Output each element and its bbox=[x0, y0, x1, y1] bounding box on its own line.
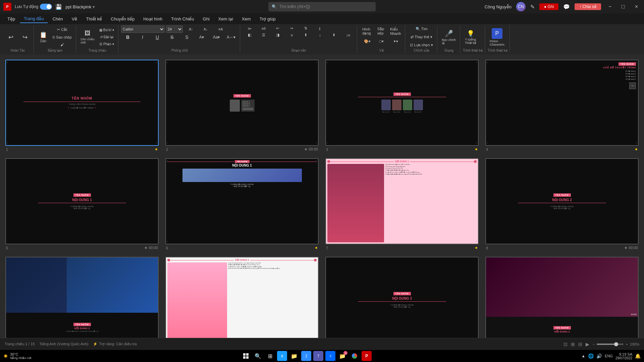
menu-draw[interactable]: Vẽ bbox=[68, 15, 82, 23]
menu-insert[interactable]: Chèn bbox=[49, 15, 67, 23]
minimize-button[interactable]: − bbox=[606, 2, 614, 11]
slide-panel[interactable]: + × + × TÊN NHÓM THÀNH VIÊN TRONG NHÓM +… bbox=[0, 54, 644, 338]
style-button[interactable]: KiểuNhanh bbox=[388, 25, 403, 37]
strikethrough-button[interactable]: S bbox=[165, 34, 179, 41]
menu-file[interactable]: Tệp bbox=[3, 15, 19, 23]
auto-save-toggle[interactable]: Lưu Tự động bbox=[15, 4, 52, 10]
zoom-slider[interactable] bbox=[597, 344, 624, 345]
italic-button[interactable]: I bbox=[136, 34, 149, 41]
slide-item-10[interactable]: + + + + NỘI DUNG 2 Jennie Kim bbox=[165, 257, 319, 338]
outline-button[interactable]: □▾ bbox=[375, 38, 388, 45]
slide-item-11[interactable]: TÊN NHÓM NỘI DUNG 3 Ý CHÍNH NỘI DUNG 1 G… bbox=[325, 257, 479, 338]
fill-button[interactable]: 🎨▾ bbox=[361, 38, 374, 45]
notifications-button[interactable]: 🔔 bbox=[635, 353, 641, 359]
view-reading-icon[interactable]: ⊟ bbox=[578, 342, 582, 347]
slide-thumb-4[interactable]: + + + + TÊN NHÓM CHỦ ĐỀ THUYẾT TRÌNH 01 … bbox=[485, 60, 639, 146]
windows-start-button[interactable] bbox=[241, 351, 251, 361]
redo-button[interactable]: ↪ bbox=[18, 32, 32, 42]
volume-icon[interactable]: 🔊 bbox=[596, 353, 602, 359]
effects-button[interactable]: ✦▾ bbox=[389, 38, 402, 45]
slide-item-9[interactable]: TÊN NHÓM NỘI DUNG 2 Ý CHÍNH NỘI DUNG 1 G… bbox=[5, 257, 159, 338]
edge-button[interactable]: e bbox=[277, 351, 287, 361]
slide-thumb-11[interactable]: TÊN NHÓM NỘI DUNG 3 Ý CHÍNH NỘI DUNG 1 G… bbox=[325, 257, 479, 338]
pixton-button[interactable]: P PixtonCharacters bbox=[488, 27, 506, 48]
maximize-button[interactable]: □ bbox=[619, 2, 628, 11]
menu-transitions[interactable]: Chuyển tiếp bbox=[107, 15, 139, 23]
menu-animations[interactable]: Hoạt hình bbox=[139, 15, 166, 23]
menu-review[interactable]: Xem lại bbox=[214, 15, 237, 23]
slide-thumb-5[interactable]: TÊN NHÓM NỘI DUNG 1 Ý CHÍNH NỘI DUNG 1 G… bbox=[5, 158, 159, 244]
section-button[interactable]: ☰ Phần ▾ bbox=[97, 41, 116, 47]
taskview-button[interactable]: ⊞ bbox=[265, 351, 275, 361]
text-direction-button[interactable]: ⇅ bbox=[299, 25, 313, 31]
font-size-select[interactable]: 24 bbox=[166, 25, 183, 33]
align-left-button[interactable]: ◧ bbox=[243, 32, 256, 38]
align-top-button[interactable]: ⬆ bbox=[299, 32, 313, 38]
slide-item-1[interactable]: + × + × TÊN NHÓM THÀNH VIÊN TRONG NHÓM +… bbox=[5, 60, 159, 152]
chevron-down-icon[interactable]: ▾ bbox=[93, 4, 95, 9]
menu-slideshow[interactable]: Trình Chiếu bbox=[167, 15, 198, 23]
clear-format-button[interactable]: ✕A bbox=[214, 27, 227, 32]
system-tray-chevron[interactable]: ▲ bbox=[581, 354, 585, 358]
zalo-button[interactable]: Z bbox=[325, 351, 335, 361]
network-icon[interactable]: 🌐 bbox=[588, 353, 594, 359]
format-painter-button[interactable]: 🖌 bbox=[51, 41, 74, 48]
font-color-button[interactable]: A▾ bbox=[195, 34, 208, 40]
menu-view[interactable]: Xem bbox=[238, 15, 255, 23]
slide-item-7[interactable]: + + + + NỘI DUNG 1 bbox=[325, 158, 479, 250]
view-normal-icon[interactable]: ⊡ bbox=[564, 342, 568, 347]
align-middle-button[interactable]: ↕ bbox=[313, 32, 327, 38]
record-button[interactable]: ● Ghi bbox=[539, 3, 558, 10]
numbered-list-button[interactable]: ≡# bbox=[257, 25, 270, 31]
decrease-font-button[interactable]: A↓ bbox=[199, 27, 212, 32]
language-indicator[interactable]: ENG bbox=[605, 354, 613, 358]
bullet-list-button[interactable]: ≡• bbox=[243, 25, 256, 31]
slide-thumb-7[interactable]: + + + + NỘI DUNG 1 bbox=[325, 158, 479, 244]
shadow-button[interactable]: S bbox=[180, 34, 194, 41]
justify-button[interactable]: ≡ bbox=[285, 32, 299, 38]
teams-button[interactable]: T bbox=[313, 351, 323, 361]
undo-button[interactable]: ↩ bbox=[4, 32, 17, 42]
explorer-button[interactable]: 📁 bbox=[289, 351, 299, 361]
menu-home[interactable]: Trang đầu bbox=[20, 15, 48, 23]
slide-thumb-2[interactable]: + + + + TÊN NHÓM GROUP 1 GROUP 5 GROUP 5 bbox=[165, 60, 319, 146]
line-spacing-button[interactable]: ↕≡ bbox=[341, 32, 355, 38]
increase-font-button[interactable]: A↑ bbox=[184, 27, 198, 32]
slide-item-12[interactable]: ROSÉ TÊN NHÓM NỘI DUNG 3 12 ★ bbox=[485, 257, 639, 338]
search-bar[interactable]: 🔍 Tìm kiếm (Alt+Q) bbox=[268, 2, 376, 11]
slide-thumb-3[interactable]: + + + + TÊN NHÓM Họ và tên Họ và tên bbox=[325, 60, 479, 146]
slide-item-3[interactable]: + + + + TÊN NHÓM Họ và tên Họ và tên bbox=[325, 60, 479, 152]
font-family-select[interactable]: Calibri bbox=[121, 25, 165, 33]
zoom-in-button[interactable]: + bbox=[626, 342, 628, 346]
reset-button[interactable]: ↺ Đặt lại bbox=[97, 34, 116, 40]
comment-icon[interactable]: 💬 bbox=[563, 4, 570, 10]
align-right-button[interactable]: ◨ bbox=[271, 32, 284, 38]
shape-button[interactable]: Hìnhdạng bbox=[360, 25, 373, 37]
find-button[interactable]: 🔍 Tìm bbox=[414, 25, 430, 33]
pen-icon[interactable]: ✎ bbox=[530, 4, 535, 10]
replace-button[interactable]: ⇄ Thay thế ▾ bbox=[409, 34, 434, 41]
view-slideshow-icon[interactable]: ▶ bbox=[586, 342, 589, 347]
design-ideas-button[interactable]: 💡 Ý tưởngThiết kế bbox=[463, 28, 478, 46]
columns-button[interactable]: ⫿ bbox=[313, 25, 327, 31]
slide-item-8[interactable]: TÊN NHÓM NỘI DUNG 2 Ý CHÍNH NỘI DUNG 1 G… bbox=[485, 158, 639, 250]
slide-thumb-8[interactable]: TÊN NHÓM NỘI DUNG 2 Ý CHÍNH NỘI DUNG 1 G… bbox=[485, 158, 639, 244]
align-bottom-button[interactable]: ⬇ bbox=[327, 32, 341, 38]
char-spacing-button[interactable]: A↔▾ bbox=[224, 34, 238, 40]
underline-button[interactable]: U bbox=[151, 34, 164, 41]
slide-thumb-1[interactable]: + × + × TÊN NHÓM THÀNH VIÊN TRONG NHÓM +… bbox=[5, 60, 159, 146]
menu-record[interactable]: Ghi bbox=[199, 15, 214, 23]
arrange-button[interactable]: Sắpxếp bbox=[374, 25, 387, 37]
share-button[interactable]: ↑ Chia sẻ bbox=[575, 3, 601, 10]
slide-item-4[interactable]: + + + + TÊN NHÓM CHỦ ĐỀ THUYẾT TRÌNH 01 … bbox=[485, 60, 639, 152]
align-center-button[interactable]: ☰ bbox=[257, 32, 270, 38]
close-button[interactable]: × bbox=[632, 2, 641, 11]
chrome-button[interactable] bbox=[350, 351, 360, 361]
files-button[interactable]: 📁 2 bbox=[337, 351, 347, 361]
menu-design[interactable]: Thiết kế bbox=[82, 15, 106, 23]
slide-item-6[interactable]: + + + + TÊN NHÓM NỘI DUNG 1 Ý CHÍNH NỘI … bbox=[165, 158, 319, 250]
cut-button[interactable]: ✂ Cắt bbox=[51, 26, 74, 33]
view-grid-icon[interactable]: ⊞ bbox=[571, 342, 575, 347]
new-slide-button[interactable]: 🖼 Dán chiếuMới bbox=[79, 28, 97, 46]
slide-thumb-10[interactable]: + + + + NỘI DUNG 2 Jennie Kim bbox=[165, 257, 319, 338]
